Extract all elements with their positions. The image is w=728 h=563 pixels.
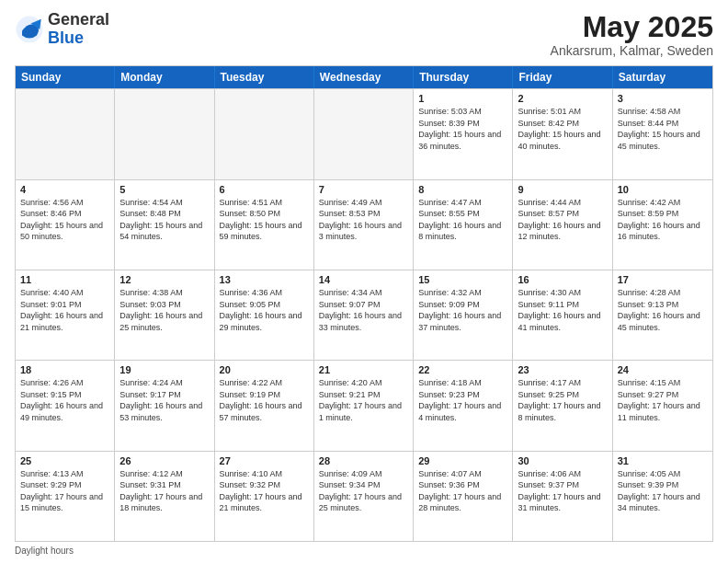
calendar-cell: 22Sunrise: 4:18 AM Sunset: 9:23 PM Dayli… bbox=[414, 361, 513, 450]
cell-info: Sunrise: 4:22 AM Sunset: 9:19 PM Dayligh… bbox=[220, 377, 309, 423]
calendar-week-2: 4Sunrise: 4:56 AM Sunset: 8:46 PM Daylig… bbox=[16, 179, 712, 270]
cell-date: 17 bbox=[618, 274, 708, 285]
calendar-week-5: 25Sunrise: 4:13 AM Sunset: 9:29 PM Dayli… bbox=[16, 451, 712, 541]
cell-info: Sunrise: 4:51 AM Sunset: 8:50 PM Dayligh… bbox=[220, 197, 309, 243]
cell-info: Sunrise: 4:40 AM Sunset: 9:01 PM Dayligh… bbox=[20, 287, 109, 333]
cell-info: Sunrise: 4:10 AM Sunset: 9:32 PM Dayligh… bbox=[220, 468, 309, 514]
cell-info: Sunrise: 4:24 AM Sunset: 9:17 PM Dayligh… bbox=[119, 377, 209, 423]
calendar-cell: 25Sunrise: 4:13 AM Sunset: 9:29 PM Dayli… bbox=[16, 452, 115, 541]
cell-info: Sunrise: 4:18 AM Sunset: 9:23 PM Dayligh… bbox=[418, 377, 507, 423]
calendar-cell: 20Sunrise: 4:22 AM Sunset: 9:19 PM Dayli… bbox=[215, 361, 314, 450]
cell-date: 11 bbox=[20, 274, 109, 285]
calendar-cell: 24Sunrise: 4:15 AM Sunset: 9:27 PM Dayli… bbox=[613, 361, 712, 450]
cell-info: Sunrise: 4:26 AM Sunset: 9:15 PM Dayligh… bbox=[20, 377, 109, 423]
location: Ankarsrum, Kalmar, Sweden bbox=[551, 43, 713, 58]
calendar-cell: 29Sunrise: 4:07 AM Sunset: 9:36 PM Dayli… bbox=[414, 452, 513, 541]
cell-date: 26 bbox=[119, 455, 209, 466]
cell-info: Sunrise: 4:05 AM Sunset: 9:39 PM Dayligh… bbox=[618, 468, 708, 514]
logo-text: General Blue bbox=[48, 11, 109, 48]
cell-date: 28 bbox=[319, 455, 408, 466]
cell-info: Sunrise: 4:09 AM Sunset: 9:34 PM Dayligh… bbox=[319, 468, 408, 514]
cell-date: 20 bbox=[220, 364, 309, 375]
cell-date: 10 bbox=[618, 184, 708, 195]
cell-date: 6 bbox=[220, 184, 309, 195]
cell-info: Sunrise: 4:58 AM Sunset: 8:44 PM Dayligh… bbox=[618, 106, 708, 152]
calendar-cell: 23Sunrise: 4:17 AM Sunset: 9:25 PM Dayli… bbox=[513, 361, 612, 450]
day-header-tuesday: Tuesday bbox=[215, 66, 314, 88]
cell-info: Sunrise: 4:15 AM Sunset: 9:27 PM Dayligh… bbox=[618, 377, 708, 423]
cell-info: Sunrise: 5:01 AM Sunset: 8:42 PM Dayligh… bbox=[518, 106, 607, 152]
cell-date: 31 bbox=[618, 455, 708, 466]
day-header-wednesday: Wednesday bbox=[314, 66, 414, 88]
cell-date: 19 bbox=[119, 364, 209, 375]
calendar-cell: 18Sunrise: 4:26 AM Sunset: 9:15 PM Dayli… bbox=[16, 361, 115, 450]
calendar-cell: 13Sunrise: 4:36 AM Sunset: 9:05 PM Dayli… bbox=[215, 270, 314, 360]
cell-date: 22 bbox=[418, 364, 507, 375]
cell-info: Sunrise: 4:17 AM Sunset: 9:25 PM Dayligh… bbox=[518, 377, 607, 423]
cell-info: Sunrise: 4:54 AM Sunset: 8:48 PM Dayligh… bbox=[119, 197, 209, 243]
calendar-cell: 12Sunrise: 4:38 AM Sunset: 9:03 PM Dayli… bbox=[115, 270, 214, 360]
cell-date: 18 bbox=[20, 364, 109, 375]
cell-date: 24 bbox=[618, 364, 708, 375]
cell-date: 21 bbox=[319, 364, 408, 375]
cell-date: 25 bbox=[20, 455, 109, 466]
cell-info: Sunrise: 4:06 AM Sunset: 9:37 PM Dayligh… bbox=[518, 468, 607, 514]
cell-info: Sunrise: 4:13 AM Sunset: 9:29 PM Dayligh… bbox=[20, 468, 109, 514]
cell-info: Sunrise: 4:36 AM Sunset: 9:05 PM Dayligh… bbox=[220, 287, 309, 333]
footer-note: Daylight hours bbox=[15, 546, 713, 556]
calendar-cell: 14Sunrise: 4:34 AM Sunset: 9:07 PM Dayli… bbox=[314, 270, 414, 360]
cell-date: 29 bbox=[418, 455, 507, 466]
cell-date: 12 bbox=[119, 274, 209, 285]
calendar-cell: 8Sunrise: 4:47 AM Sunset: 8:55 PM Daylig… bbox=[414, 180, 513, 270]
calendar-cell: 9Sunrise: 4:44 AM Sunset: 8:57 PM Daylig… bbox=[513, 180, 612, 270]
calendar-cell: 1Sunrise: 5:03 AM Sunset: 8:39 PM Daylig… bbox=[414, 89, 513, 178]
cell-info: Sunrise: 4:38 AM Sunset: 9:03 PM Dayligh… bbox=[119, 287, 209, 333]
logo-general-text: General bbox=[48, 11, 109, 29]
calendar-week-1: 1Sunrise: 5:03 AM Sunset: 8:39 PM Daylig… bbox=[16, 88, 712, 178]
logo-blue-text: Blue bbox=[48, 29, 109, 48]
cell-info: Sunrise: 4:47 AM Sunset: 8:55 PM Dayligh… bbox=[418, 197, 507, 243]
cell-date: 23 bbox=[518, 364, 607, 375]
day-header-monday: Monday bbox=[115, 66, 214, 88]
cell-date: 9 bbox=[518, 184, 607, 195]
title-block: May 2025 Ankarsrum, Kalmar, Sweden bbox=[551, 11, 713, 58]
cell-info: Sunrise: 4:34 AM Sunset: 9:07 PM Dayligh… bbox=[319, 287, 408, 333]
calendar-cell: 4Sunrise: 4:56 AM Sunset: 8:46 PM Daylig… bbox=[16, 180, 115, 270]
calendar-cell bbox=[314, 89, 414, 178]
logo: General Blue bbox=[15, 11, 109, 48]
calendar-cell: 11Sunrise: 4:40 AM Sunset: 9:01 PM Dayli… bbox=[16, 270, 115, 360]
cell-info: Sunrise: 4:20 AM Sunset: 9:21 PM Dayligh… bbox=[319, 377, 408, 423]
calendar-week-3: 11Sunrise: 4:40 AM Sunset: 9:01 PM Dayli… bbox=[16, 270, 712, 360]
cell-info: Sunrise: 4:44 AM Sunset: 8:57 PM Dayligh… bbox=[518, 197, 607, 243]
cell-info: Sunrise: 4:30 AM Sunset: 9:11 PM Dayligh… bbox=[518, 287, 607, 333]
cell-date: 30 bbox=[518, 455, 607, 466]
calendar-cell bbox=[215, 89, 314, 178]
calendar-cell: 16Sunrise: 4:30 AM Sunset: 9:11 PM Dayli… bbox=[513, 270, 612, 360]
calendar-cell: 17Sunrise: 4:28 AM Sunset: 9:13 PM Dayli… bbox=[613, 270, 712, 360]
cell-date: 2 bbox=[518, 93, 607, 104]
day-headers: SundayMondayTuesdayWednesdayThursdayFrid… bbox=[16, 66, 712, 88]
day-header-saturday: Saturday bbox=[613, 66, 712, 88]
cell-date: 1 bbox=[418, 93, 507, 104]
cell-date: 14 bbox=[319, 274, 408, 285]
cell-date: 27 bbox=[220, 455, 309, 466]
day-header-thursday: Thursday bbox=[414, 66, 513, 88]
cell-info: Sunrise: 4:42 AM Sunset: 8:59 PM Dayligh… bbox=[618, 197, 708, 243]
calendar-cell: 10Sunrise: 4:42 AM Sunset: 8:59 PM Dayli… bbox=[613, 180, 712, 270]
header: General Blue May 2025 Ankarsrum, Kalmar,… bbox=[15, 11, 713, 58]
cell-info: Sunrise: 5:03 AM Sunset: 8:39 PM Dayligh… bbox=[418, 106, 507, 152]
cell-date: 4 bbox=[20, 184, 109, 195]
calendar-cell: 28Sunrise: 4:09 AM Sunset: 9:34 PM Dayli… bbox=[314, 452, 414, 541]
calendar-cell: 7Sunrise: 4:49 AM Sunset: 8:53 PM Daylig… bbox=[314, 180, 414, 270]
cell-date: 8 bbox=[418, 184, 507, 195]
calendar-body: 1Sunrise: 5:03 AM Sunset: 8:39 PM Daylig… bbox=[16, 88, 712, 541]
calendar-cell: 27Sunrise: 4:10 AM Sunset: 9:32 PM Dayli… bbox=[215, 452, 314, 541]
cell-date: 13 bbox=[220, 274, 309, 285]
day-header-friday: Friday bbox=[513, 66, 612, 88]
calendar-cell: 31Sunrise: 4:05 AM Sunset: 9:39 PM Dayli… bbox=[613, 452, 712, 541]
calendar-cell: 26Sunrise: 4:12 AM Sunset: 9:31 PM Dayli… bbox=[115, 452, 214, 541]
calendar-cell: 30Sunrise: 4:06 AM Sunset: 9:37 PM Dayli… bbox=[513, 452, 612, 541]
month-title: May 2025 bbox=[551, 11, 713, 43]
calendar-cell bbox=[16, 89, 115, 178]
calendar-cell: 15Sunrise: 4:32 AM Sunset: 9:09 PM Dayli… bbox=[414, 270, 513, 360]
